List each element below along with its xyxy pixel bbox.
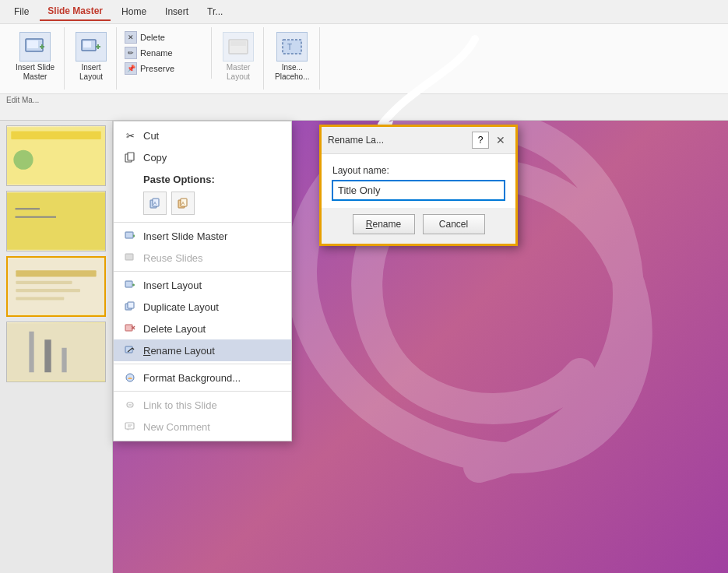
svg-rect-16 xyxy=(7,192,105,250)
svg-rect-23 xyxy=(16,297,64,300)
insert-layout-button[interactable]: InsertLayout xyxy=(72,30,110,83)
menu-label-insert-slide-master: Insert Slide Master xyxy=(143,230,282,242)
svg-point-15 xyxy=(13,150,33,170)
dialog-body: Layout name: xyxy=(322,154,515,208)
cancel-button[interactable]: Cancel xyxy=(423,214,485,234)
svg-rect-20 xyxy=(16,270,96,276)
svg-rect-45 xyxy=(125,325,132,331)
menu-item-format-background[interactable]: Format Background... xyxy=(114,367,291,388)
slide-thumb-4[interactable] xyxy=(6,322,106,382)
menu-label-copy: Copy xyxy=(143,152,282,163)
preserve-button[interactable]: 📌 Preserve xyxy=(123,62,206,76)
svg-text:A: A xyxy=(153,201,157,206)
insert-slide-master-icon xyxy=(19,32,51,62)
tab-file[interactable]: File xyxy=(6,3,37,20)
menu-label-new-comment: New Comment xyxy=(143,421,282,433)
menu-item-link-to-slide: Link to this Slide xyxy=(114,394,291,416)
cut-icon: ✂ xyxy=(123,128,137,142)
menu-item-insert-layout[interactable]: Insert Layout xyxy=(114,274,291,296)
dialog-titlebar: Rename La... ? ✕ xyxy=(322,127,515,154)
svg-rect-29 xyxy=(128,153,134,160)
menu-label-rename-layout: Rename Layout xyxy=(143,345,282,357)
svg-rect-53 xyxy=(125,423,134,429)
svg-rect-44 xyxy=(128,302,134,308)
svg-rect-48 xyxy=(125,346,132,353)
rename-button[interactable]: ✏ Rename xyxy=(123,46,206,60)
tab-tr[interactable]: Tr... xyxy=(199,3,230,20)
tab-slide-master[interactable]: Slide Master xyxy=(40,2,111,21)
ribbon-tabs: File Slide Master Home Insert Tr... xyxy=(0,0,728,23)
duplicate-layout-icon xyxy=(123,300,137,314)
menu-label-duplicate-layout: Duplicate Layout xyxy=(143,301,282,313)
dialog-field-label: Layout name: xyxy=(332,165,505,176)
rename-layout-dialog: Rename La... ? ✕ Layout name: Rename Can… xyxy=(319,125,518,246)
tab-insert[interactable]: Insert xyxy=(157,3,196,20)
rename-layout-icon xyxy=(123,343,137,357)
svg-rect-40 xyxy=(125,281,132,287)
insert-slide-master-button[interactable]: Insert SlideMaster xyxy=(12,30,58,83)
delete-layout-icon xyxy=(123,322,137,336)
ribbon-group-small: ✕ Delete ✏ Rename 📌 Preserve xyxy=(118,27,212,79)
master-layout-button[interactable]: MasterLayout xyxy=(220,30,257,83)
slide-thumb-2[interactable] xyxy=(6,191,106,251)
insert-layout-label: InsertLayout xyxy=(79,63,103,82)
delete-icon: ✕ xyxy=(125,31,137,44)
menu-item-cut[interactable]: ✂ Cut xyxy=(114,125,291,146)
menu-item-rename-layout[interactable]: Rename Layout xyxy=(114,339,291,361)
slide-thumb-3-inner xyxy=(8,258,104,315)
svg-rect-6 xyxy=(83,41,91,47)
layout-name-input[interactable] xyxy=(332,181,505,200)
master-layout-label: MasterLayout xyxy=(227,63,251,82)
paste-options-row: A A xyxy=(114,190,291,220)
context-menu: ✂ Cut Copy Paste Options: A xyxy=(113,121,292,441)
preserve-icon: 📌 xyxy=(125,62,137,75)
slide-thumb-3[interactable] xyxy=(6,256,106,317)
slide-thumb-1-inner xyxy=(7,126,105,185)
menu-item-reuse-slides: Reuse Slides xyxy=(114,247,291,269)
separator-3 xyxy=(114,364,291,364)
menu-item-duplicate-layout[interactable]: Duplicate Layout xyxy=(114,296,291,318)
dialog-close-button[interactable]: ✕ xyxy=(492,132,509,149)
paste-btn-2[interactable]: A xyxy=(171,192,195,215)
menu-label-format-background: Format Background... xyxy=(143,372,282,384)
menu-item-insert-slide-master[interactable]: Insert Slide Master xyxy=(114,225,291,247)
separator-2 xyxy=(114,271,291,272)
slide-thumb-2-inner xyxy=(7,192,105,251)
reuse-slides-icon xyxy=(123,251,137,265)
svg-text:A: A xyxy=(181,201,185,206)
insert-layout-icon xyxy=(76,32,107,62)
menu-label-link-to-slide: Link to this Slide xyxy=(143,399,282,411)
svg-rect-39 xyxy=(125,254,133,260)
delete-button[interactable]: ✕ Delete xyxy=(123,30,206,44)
link-to-slide-icon xyxy=(123,398,137,412)
ribbon-group-insert-slide-master: Insert SlideMaster xyxy=(6,27,65,90)
svg-rect-10 xyxy=(230,41,246,46)
slide-panel xyxy=(0,121,113,573)
paste-btn-1[interactable]: A xyxy=(143,192,167,215)
menu-label-delete-layout: Delete Layout xyxy=(143,323,282,335)
slide-thumb-4-inner xyxy=(7,322,105,381)
menu-label-insert-layout: Insert Layout xyxy=(143,279,282,291)
paste-options-spacer xyxy=(123,172,137,186)
tab-home[interactable]: Home xyxy=(114,3,154,20)
menu-item-copy[interactable]: Copy xyxy=(114,146,291,168)
rename-icon: ✏ xyxy=(125,47,137,59)
menu-item-delete-layout[interactable]: Delete Layout xyxy=(114,318,291,339)
dialog-help-button[interactable]: ? xyxy=(472,132,489,149)
svg-rect-36 xyxy=(125,232,133,238)
menu-label-paste-options: Paste Options: xyxy=(143,174,282,185)
menu-item-new-comment: New Comment xyxy=(114,416,291,438)
dialog-title: Rename La... xyxy=(328,135,472,146)
svg-rect-22 xyxy=(16,289,80,292)
insert-slide-master-label: Insert SlideMaster xyxy=(16,63,55,82)
rename-confirm-button[interactable]: Rename xyxy=(353,214,415,234)
separator-4 xyxy=(114,391,291,392)
menu-label-cut: Cut xyxy=(143,130,282,142)
menu-label-reuse-slides: Reuse Slides xyxy=(143,252,282,264)
svg-rect-14 xyxy=(11,132,101,140)
new-comment-icon xyxy=(123,420,137,434)
svg-rect-19 xyxy=(8,258,104,315)
slide-thumb-1[interactable] xyxy=(6,125,106,186)
insert-layout-menu-icon xyxy=(123,278,137,292)
insert-slide-master-menu-icon xyxy=(123,229,137,243)
